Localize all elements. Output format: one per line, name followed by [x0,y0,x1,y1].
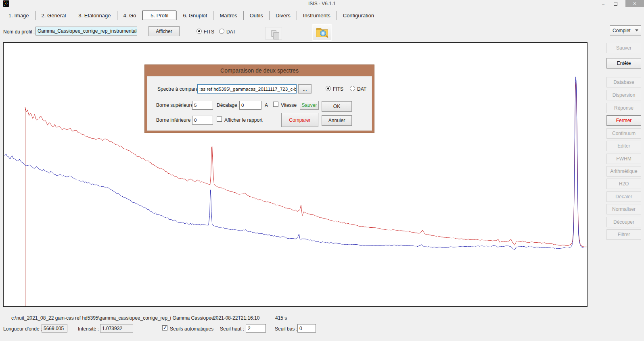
browse-button[interactable]: ... [298,84,312,94]
toolbar-radio-dat[interactable] [219,29,224,34]
profile-name-input[interactable]: Gamma_Cassiopee_corrige_rep_instrumental… [36,27,137,35]
close-button[interactable]: ✕ [625,0,644,7]
compare-dialog: Comparaison de deux spectres Spectre à c… [144,64,374,133]
dialog-radio-fits[interactable] [326,86,331,91]
sidebar-button-sauver: Sauver [606,43,641,53]
sidebar-button-database: Database [606,77,641,87]
decalage-input[interactable]: 0 [239,101,261,110]
maximize-button[interactable] [609,0,621,7]
sidebar-button-r-ponse: Réponse [606,103,641,113]
vitesse-checkbox[interactable] [273,102,278,107]
sidebar-button-fermer[interactable]: Fermer [606,115,641,126]
sauver-dialog-button[interactable]: Sauver [300,101,319,110]
view-mode-select[interactable]: Complet [610,25,641,35]
wavelength-label: Longueur d'onde : [3,326,42,332]
rapport-label: Afficher le rapport [224,117,263,123]
sidebar-button-d-caler: Décaler [606,191,641,202]
spectre-input[interactable]: :as ref hd5395\_gammacas_20111117_723_c-… [197,84,297,94]
vitesse-label: Vitesse [281,102,297,108]
tab-5-profil[interactable]: 5. Profil [142,10,176,20]
dialog-radio-dat[interactable] [350,86,355,91]
unit-label: A [265,102,268,108]
folder-search-icon [316,28,328,37]
sidebar-button-editer: Editer [606,141,641,151]
title-bar: ISIS - V6.1.1 – ✕ [0,0,644,7]
borne-sup-input[interactable]: 5 [192,101,213,110]
decalage-label: Décalage : [217,102,240,108]
sidebar-button-normaliser: Normaliser [606,204,641,214]
sidebar-button-ent-te[interactable]: Entête [606,58,641,69]
tab-instruments[interactable]: Instruments [297,10,337,20]
tab-1-image[interactable]: 1. Image [2,10,35,20]
seuil-bas-input[interactable]: 0 [297,324,316,333]
minimize-button[interactable]: – [597,0,609,7]
copy-button[interactable] [265,27,282,40]
sidebar-button-dispersion: Dispersion [606,90,641,100]
sidebar-button-arithm-tique: Arithmétique [606,166,641,177]
isis-window: ISIS - V6.1.1 – ✕ 1. Image2. Général3. E… [0,0,644,341]
intensity-value: 1.073932 [100,324,133,333]
tab-3-etalonnage[interactable]: 3. Etalonnage [72,10,117,20]
browse-folder-button[interactable] [312,24,332,41]
tab-outils[interactable]: Outils [244,10,269,20]
afficher-button[interactable]: Afficher [148,26,180,36]
ok-button[interactable]: OK [322,101,352,112]
profile-name-label: Nom du profil : [3,29,35,35]
sidebar-button-filtrer: Filtrer [606,229,641,240]
annuler-button[interactable]: Annuler [322,115,352,126]
seuil-haut-label: Seuil haut : [220,326,244,332]
toolbar-dat-label: DAT [226,29,236,35]
wavelength-value: 5669.005 [42,324,67,333]
seuils-checkbox[interactable] [162,325,167,331]
exposure-time: 415 s [275,315,287,321]
rapport-checkbox[interactable] [217,116,222,122]
toolbar-radio-fits[interactable] [197,29,202,34]
tab-bar: 1. Image2. Général3. Etalonnage4. Go5. P… [2,10,380,21]
borne-sup-label: Borne supérieure ; [156,102,196,108]
copy-icon [271,30,276,37]
tab-6-gnuplot[interactable]: 6. Gnuplot [177,10,213,20]
tab-2-g-n-ral[interactable]: 2. Général [36,10,72,20]
seuil-haut-input[interactable]: 2 [246,324,266,333]
seuil-bas-label: Seuil bas : [275,326,297,332]
tab-4-go[interactable]: 4. Go [117,10,142,20]
timestamp: 2021-08-22T21:16:10 [213,315,259,321]
comparer-button[interactable]: Comparer [281,113,318,127]
sidebar-button-h2o: H2O [606,179,641,189]
chevron-down-icon [635,29,638,31]
borne-inf-input[interactable]: 0 [192,116,213,125]
dialog-body: Spectre à comparer : :as ref hd5395\_gam… [147,76,372,131]
tab-ma-tres[interactable]: Maîtres [213,10,243,20]
window-title: ISIS - V6.1.1 [0,1,644,6]
maximize-icon [614,2,617,6]
sidebar-button-continuum: Continuum [606,128,641,139]
tab-configuration[interactable]: Configuration [337,10,380,20]
intensity-label: Intensité : [78,326,99,332]
dialog-fits-label: FITS [333,86,343,92]
tab-divers[interactable]: Divers [270,10,297,20]
spectre-label: Spectre à comparer : [157,86,203,92]
borne-inf-label: Borne inférieure ; [156,117,193,123]
sidebar-button-d-couper: Découper [606,217,641,227]
dialog-dat-label: DAT [357,86,366,92]
dialog-title: Comparaison de deux spectres [145,65,374,76]
sidebar-button-fwhm: FWHM [606,154,641,164]
seuils-label: Seuils automatiques [170,326,213,332]
file-path: c:\nuit_2021_08_22 gam-cas ref hd5395\ga… [11,315,214,321]
toolbar-fits-label: FITS [204,29,214,35]
